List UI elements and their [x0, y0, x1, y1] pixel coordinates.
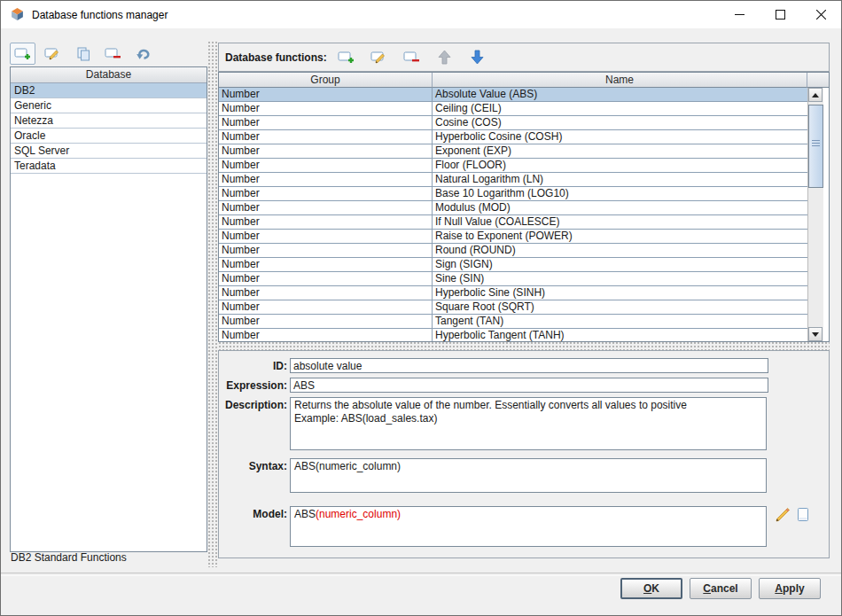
table-row[interactable]: Number Square Root (SQRT) [219, 300, 808, 315]
database-list-item[interactable]: DB2 [11, 83, 207, 98]
database-name: Teradata [14, 160, 56, 172]
table-row[interactable]: Number Ceiling (CEIL) [219, 102, 808, 116]
vertical-scrollbar[interactable] [807, 88, 823, 341]
syntax-field[interactable]: ABS(numeric_column) [290, 458, 767, 493]
apply-button[interactable]: Apply [759, 578, 821, 599]
cell-name: Hyperbolic Tangent (TANH) [433, 329, 808, 341]
table-row[interactable]: Number Natural Logarithm (LN) [219, 173, 808, 187]
table-row[interactable]: Number Exponent (EXP) [219, 144, 808, 159]
cell-group: Number [219, 230, 433, 244]
database-functions-manager-window: Database functions manager [0, 0, 842, 616]
pencil-icon [776, 507, 791, 522]
database-list-item[interactable]: Generic [11, 98, 207, 113]
description-field[interactable]: Returns the absolute value of the number… [290, 397, 767, 450]
cell-name: Base 10 Logarithm (LOG10) [433, 187, 808, 201]
undo-icon [136, 47, 151, 60]
database-list-rows: DB2 Generic Netezza Oracle SQL Server Te… [11, 83, 207, 174]
table-row[interactable]: Number Raise to Exponent (POWER) [219, 230, 808, 244]
minimize-button[interactable] [719, 1, 760, 28]
close-button[interactable] [800, 1, 841, 28]
cell-name: Exponent (EXP) [433, 144, 808, 159]
edit-database-button[interactable] [40, 43, 66, 65]
syntax-label: Syntax: [221, 460, 287, 472]
database-list-item[interactable]: Netezza [11, 113, 207, 129]
cell-group: Number [219, 215, 433, 230]
cell-group: Number [219, 116, 433, 130]
copy-database-button[interactable] [70, 43, 96, 65]
database-footer-label: DB2 Standard Functions [11, 551, 127, 564]
scroll-up-button[interactable] [808, 88, 823, 102]
column-header-name[interactable]: Name [433, 73, 807, 88]
cell-name: Tangent (TAN) [433, 315, 808, 329]
horizontal-splitter[interactable] [218, 341, 830, 350]
cell-name: Hyperbolic Cosine (COSH) [433, 130, 808, 144]
move-down-button[interactable] [467, 48, 488, 67]
table-row[interactable]: Number Base 10 Logarithm (LOG10) [219, 187, 808, 201]
cell-group: Number [219, 201, 433, 215]
expression-field[interactable] [290, 378, 768, 393]
add-function-button[interactable] [336, 48, 357, 67]
table-row[interactable]: Number Sign (SIGN) [219, 258, 808, 272]
cell-group: Number [219, 300, 433, 315]
database-list-item[interactable]: SQL Server [11, 144, 207, 159]
description-label: Description: [221, 399, 287, 411]
functions-table-body: Number Absolute Value (ABS) Number Ceili… [219, 88, 808, 341]
database-list-item[interactable]: Teradata [11, 159, 207, 174]
model-field[interactable]: ABS(numeric_column) [290, 506, 767, 547]
cell-name: Square Root (SQRT) [433, 300, 808, 315]
expression-label: Expression: [221, 379, 287, 392]
app-icon [10, 7, 25, 22]
database-list: Database DB2 Generic Netezza Oracle SQL … [10, 66, 207, 552]
vertical-splitter[interactable] [207, 41, 217, 567]
database-toolbar [10, 43, 156, 65]
database-list-item[interactable]: Oracle [11, 129, 207, 144]
function-detail-form: ID: Expression: Description: Returns the… [218, 350, 830, 558]
cell-name: Floor (FLOOR) [433, 159, 808, 173]
maximize-button[interactable] [760, 1, 800, 28]
ok-button[interactable]: OK [620, 578, 682, 599]
delete-function-button[interactable] [402, 48, 423, 67]
database-name: Generic [14, 99, 51, 112]
cell-name: Sine (SIN) [433, 272, 808, 286]
cell-group: Number [219, 272, 433, 286]
delete-database-button[interactable] [100, 43, 126, 65]
table-row[interactable]: Number Hyperbolic Sine (SINH) [219, 286, 808, 300]
add-icon [338, 51, 355, 65]
delete-icon [403, 51, 420, 65]
bottom-separator [1, 573, 841, 576]
cancel-button[interactable]: Cancel [690, 578, 752, 599]
cell-group: Number [219, 102, 433, 116]
id-field[interactable] [290, 358, 768, 373]
table-row[interactable]: Number Floor (FLOOR) [219, 159, 808, 173]
table-row[interactable]: Number Tangent (TAN) [219, 315, 808, 329]
database-name: DB2 [14, 84, 35, 97]
table-row[interactable]: Number Round (ROUND) [219, 244, 808, 258]
add-database-button[interactable] [10, 43, 35, 65]
table-row[interactable]: Number Hyperbolic Cosine (COSH) [219, 130, 808, 144]
cell-group: Number [219, 187, 433, 201]
page-icon [797, 507, 810, 522]
cell-group: Number [219, 329, 433, 341]
cell-group: Number [219, 144, 433, 159]
clear-model-button[interactable] [797, 507, 810, 526]
scrollbar-thumb[interactable] [808, 105, 823, 188]
edit-function-button[interactable] [369, 48, 390, 67]
dialog-buttons: OK Cancel Apply [620, 578, 821, 599]
model-label: Model: [221, 508, 287, 520]
table-row[interactable]: Number If Null Value (COALESCE) [219, 215, 808, 230]
triangle-up-icon [812, 93, 819, 97]
revert-database-button[interactable] [130, 43, 156, 65]
table-row[interactable]: Number Cosine (COS) [219, 116, 808, 130]
cell-group: Number [219, 258, 433, 272]
table-row[interactable]: Number Absolute Value (ABS) [219, 88, 808, 102]
cell-name: Ceiling (CEIL) [433, 102, 808, 116]
table-row[interactable]: Number Modulus (MOD) [219, 201, 808, 215]
table-row[interactable]: Number Hyperbolic Tangent (TANH) [219, 329, 808, 341]
edit-model-button[interactable] [776, 507, 791, 526]
column-header-group[interactable]: Group [219, 73, 433, 88]
table-row[interactable]: Number Sine (SIN) [219, 272, 808, 286]
move-up-button[interactable] [434, 48, 456, 67]
cell-name: Sign (SIGN) [433, 258, 808, 272]
scroll-down-button[interactable] [808, 327, 823, 341]
triangle-down-icon [812, 332, 819, 337]
